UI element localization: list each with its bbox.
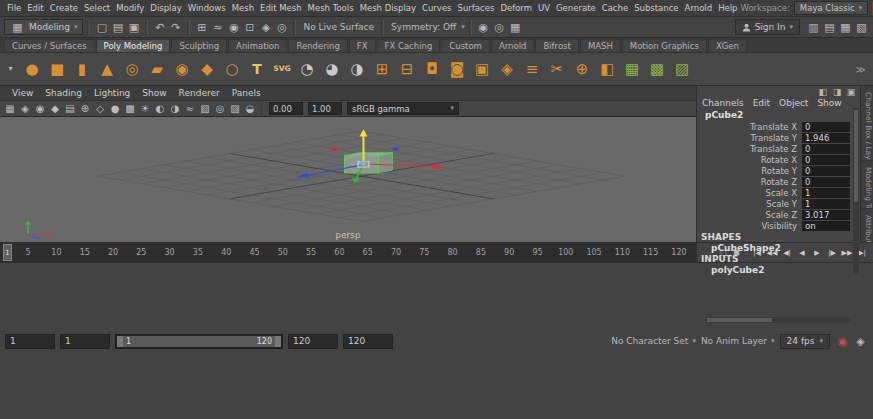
channel-label[interactable]: Translate X <box>697 122 802 132</box>
channel-value-field[interactable]: 0 <box>802 177 850 187</box>
sidebar-tab[interactable]: Channel Box / Layer Editor <box>861 86 873 161</box>
menu-item[interactable]: Select <box>81 3 113 13</box>
exposure-icon[interactable]: ◒ <box>243 102 257 116</box>
channel-box-toggle-icon[interactable]: ▥ <box>806 20 821 35</box>
menu-item[interactable]: Arnold <box>682 3 716 13</box>
channel-box-scrollbar[interactable] <box>853 108 859 275</box>
z-axis-arrowhead[interactable] <box>296 173 310 178</box>
combine-icon[interactable]: ⊞ <box>370 57 394 81</box>
undo-icon[interactable]: ↶ <box>152 20 167 35</box>
character-set-selector[interactable]: No Character Set ▾ <box>611 336 696 346</box>
menu-item[interactable]: Cache <box>599 3 631 13</box>
boolean-difference-icon[interactable]: ◙ <box>445 57 469 81</box>
scrollbar-track[interactable] <box>706 317 850 323</box>
sidebar-tab[interactable]: Modeling Toolkit <box>861 161 873 209</box>
animation-preferences-icon[interactable]: ◈ <box>853 334 868 349</box>
redo-icon[interactable]: ↷ <box>168 20 183 35</box>
x-ray-icon[interactable]: ▨ <box>228 102 242 116</box>
symmetry-status[interactable]: Symmetry: Off <box>388 22 459 32</box>
poly-platonic-icon[interactable]: ◆ <box>195 57 219 81</box>
extrude-icon[interactable]: ▣ <box>470 57 494 81</box>
target-weld-icon[interactable]: ⊕ <box>570 57 594 81</box>
channel-value-field[interactable]: 1 <box>802 199 850 209</box>
construction-circle-icon[interactable]: ◔ <box>295 57 319 81</box>
menu-item[interactable]: Windows <box>185 3 229 13</box>
make-live-icon[interactable]: ◎ <box>274 20 289 35</box>
snap-to-view-plane-icon[interactable]: ◈ <box>258 20 273 35</box>
menu-item[interactable]: UV <box>535 3 553 13</box>
channel-label[interactable]: Scale X <box>697 188 802 198</box>
isolate-select-icon[interactable]: ◎ <box>213 102 227 116</box>
shelf-tab[interactable]: MASH <box>580 39 621 52</box>
ipr-render-icon[interactable]: ◎ <box>492 20 507 35</box>
playback-end-field[interactable]: 120 <box>288 334 338 349</box>
fps-dropdown[interactable]: 24 fps ▾ <box>780 334 830 349</box>
plane-handle-red[interactable] <box>332 148 338 151</box>
channel-label[interactable]: Scale Y <box>697 199 802 209</box>
panel-menu-item[interactable]: Panels <box>226 88 267 98</box>
channel-box-menu-item[interactable]: Object <box>779 98 808 108</box>
shelf-overflow-icon[interactable]: ≫ <box>852 64 870 75</box>
channel-label[interactable]: Scale Z <box>697 210 802 220</box>
channel-label[interactable]: Rotate Y <box>697 166 802 176</box>
scrollbar-thumb[interactable] <box>854 110 858 202</box>
snap-to-projected-center-icon[interactable]: ⊡ <box>242 20 257 35</box>
shape-name[interactable]: pCubeShape2 <box>697 242 860 253</box>
panel-menu-item[interactable]: Renderer <box>173 88 226 98</box>
mirror-icon[interactable]: ◧ <box>595 57 619 81</box>
scrollbar-thumb[interactable] <box>707 318 772 322</box>
y-axis-arrowhead[interactable] <box>359 129 367 136</box>
boolean-union-icon[interactable]: ◘ <box>420 57 444 81</box>
channel-value-field[interactable]: 0 <box>802 155 850 165</box>
menu-item[interactable]: Display <box>147 3 184 13</box>
panel-menu-item[interactable]: Lighting <box>88 88 136 98</box>
channel-value-field[interactable]: on <box>802 221 850 231</box>
open-scene-icon[interactable]: ▤ <box>110 20 125 35</box>
shelf-tab[interactable]: FX <box>349 39 376 52</box>
panel-menu-item[interactable]: Shading <box>39 88 88 98</box>
uv-editor-icon[interactable]: ▨ <box>670 57 694 81</box>
channel-label[interactable]: Rotate Z <box>697 177 802 187</box>
screen-space-ao-icon[interactable]: ◑ <box>168 102 182 116</box>
panel-menu-item[interactable]: Show <box>136 88 172 98</box>
range-handle-left[interactable] <box>117 336 123 347</box>
current-frame-marker[interactable]: 1 <box>3 244 12 261</box>
shelf-menu-icon[interactable]: ▾ <box>3 62 18 77</box>
object-name[interactable]: pCube2 <box>697 108 860 121</box>
channel-value-field[interactable]: 0 <box>802 144 850 154</box>
symmetry-circle-icon[interactable]: ◑ <box>345 57 369 81</box>
channel-box-menu-item[interactable]: Channels <box>702 98 744 108</box>
channel-value-field[interactable]: 0 <box>802 166 850 176</box>
lock-camera-icon[interactable]: ◈ <box>18 102 32 116</box>
channel-label[interactable]: Rotate X <box>697 155 802 165</box>
panel-menu-item[interactable]: View <box>6 88 39 98</box>
shelf-tab[interactable]: Arnold <box>491 39 535 52</box>
channel-label[interactable]: Visibility <box>697 221 802 231</box>
exposure-field[interactable]: 0.00 <box>269 102 303 115</box>
channel-display-icon[interactable]: ◨ <box>831 87 843 98</box>
render-frame-icon[interactable]: ◉ <box>476 20 491 35</box>
shelf-tab[interactable]: Bifrost <box>535 39 578 52</box>
motion-blur-icon[interactable]: ≈ <box>183 102 197 116</box>
shelf-tab[interactable]: Rendering <box>288 39 347 52</box>
poly-torus-icon[interactable]: ◎ <box>120 57 144 81</box>
menu-item[interactable]: Mesh <box>229 3 257 13</box>
sign-in-button[interactable]: Sign In ▾ <box>735 19 800 35</box>
smooth-mesh-icon[interactable]: ○ <box>220 57 244 81</box>
sidebar-tab[interactable]: Attribute Editor <box>861 209 873 242</box>
menu-item[interactable]: Create <box>47 3 81 13</box>
textured-icon[interactable]: ▩ <box>123 102 137 116</box>
shelf-tab[interactable]: FX Caching <box>377 39 441 52</box>
manipulator-settings-icon[interactable]: ▣ <box>845 87 857 98</box>
menu-item[interactable]: Generate <box>553 3 599 13</box>
menu-item[interactable]: Curves <box>419 3 455 13</box>
menu-item[interactable]: Mesh Tools <box>305 3 357 13</box>
poly-cylinder-icon[interactable]: ▮ <box>70 57 94 81</box>
image-plane-icon[interactable]: ▤ <box>63 102 77 116</box>
animation-start-field[interactable]: 1 <box>5 334 55 349</box>
menu-item[interactable]: Modify <box>113 3 147 13</box>
pin-channel-box-icon[interactable]: ◧ <box>817 87 829 98</box>
snap-to-point-icon[interactable]: ◉ <box>226 20 241 35</box>
menu-set-selector[interactable]: ▦ Modeling ▾ <box>4 19 83 35</box>
channel-value-field[interactable]: 3.017 <box>802 210 850 220</box>
